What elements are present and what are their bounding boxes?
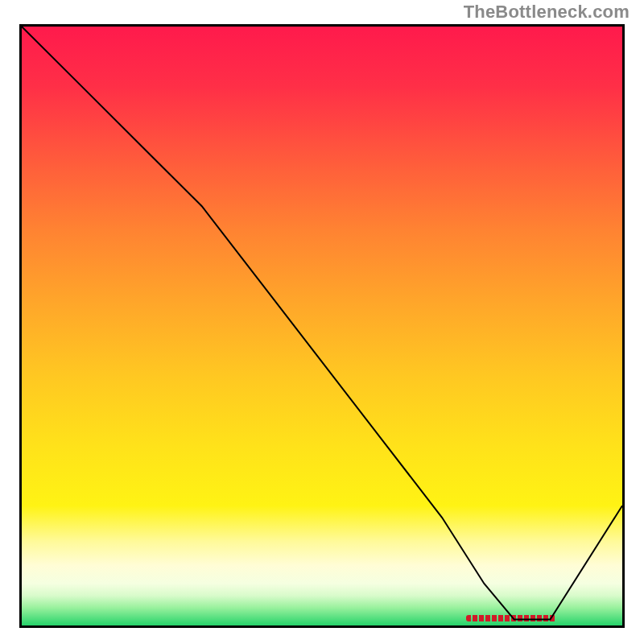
watermark-text: TheBottleneck.com	[464, 2, 630, 23]
plot-area	[19, 24, 625, 628]
curve-line	[22, 27, 622, 625]
chart-container: TheBottleneck.com	[0, 0, 644, 644]
